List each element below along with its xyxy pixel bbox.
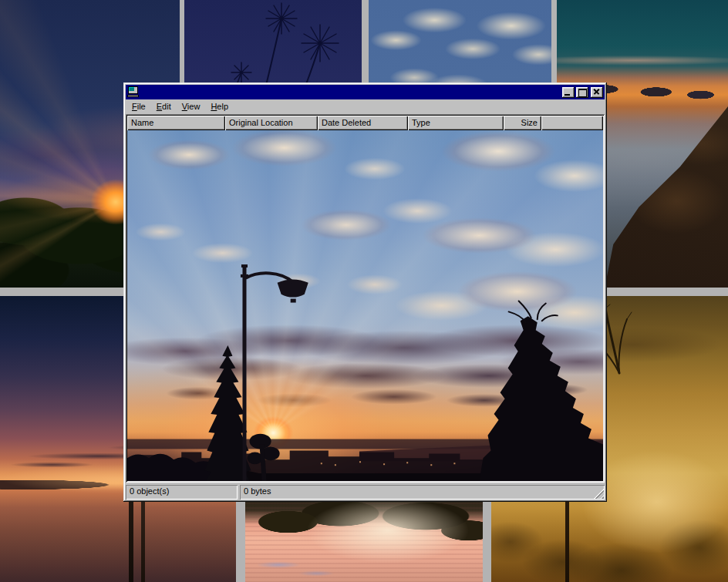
column-header-row: Name Original Location Date Deleted Type… [127,116,603,130]
resize-grip[interactable] [594,489,604,499]
column-header-date-deleted[interactable]: Date Deleted [318,116,408,130]
menu-bar: File Edit View Help [126,99,605,114]
column-header-original-location[interactable]: Original Location [225,116,318,130]
menu-file[interactable]: File [126,100,151,113]
column-header-name[interactable]: Name [127,116,225,130]
status-size: 0 bytes [240,485,605,500]
maximize-button[interactable] [576,87,588,98]
monitor-base [127,95,139,97]
file-list-area[interactable]: Name Original Location Date Deleted Type… [126,114,605,483]
status-object-count: 0 object(s) [126,485,238,500]
sunset-streetlamp-photo [127,130,603,481]
titlebar[interactable] [126,85,605,99]
menu-edit[interactable]: Edit [151,100,177,113]
computer-icon[interactable] [127,86,140,98]
photo-silhouettes [127,130,603,481]
monitor-screen [129,87,134,91]
menu-help[interactable]: Help [205,100,234,113]
menu-view[interactable]: View [177,100,206,113]
status-bar: 0 object(s) 0 bytes [126,485,605,500]
close-button[interactable] [591,87,603,98]
column-header-filler[interactable] [541,116,603,130]
status-size-text: 0 bytes [244,486,271,496]
column-header-type[interactable]: Type [408,116,504,130]
minimize-button[interactable] [562,87,575,98]
column-header-size[interactable]: Size [504,116,541,130]
recycle-bin-window: File Edit View Help Name Original Locati… [123,82,607,502]
